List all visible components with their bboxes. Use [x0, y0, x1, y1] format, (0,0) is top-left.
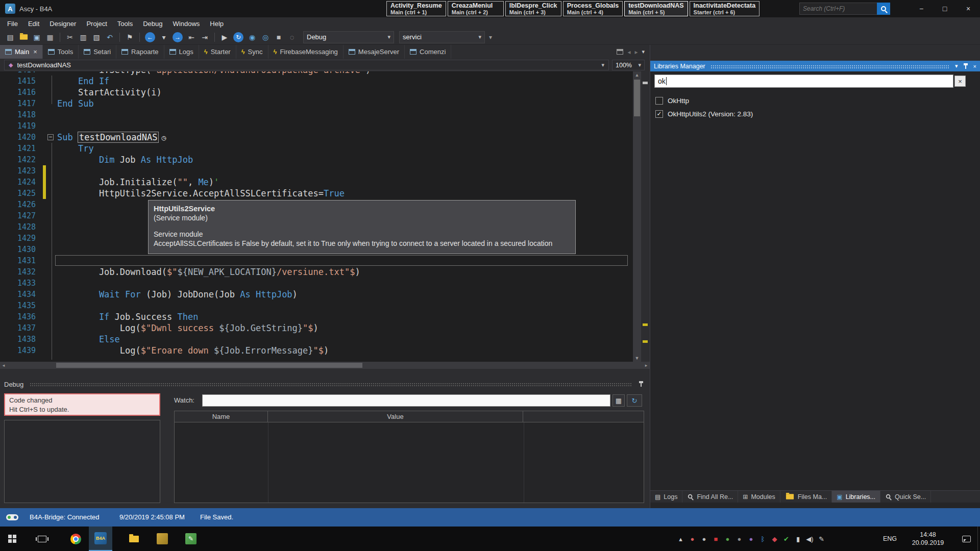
line-number[interactable]: 1428	[0, 221, 43, 233]
line-number[interactable]: 1415	[0, 76, 43, 87]
scroll-up-icon[interactable]: ▲	[633, 71, 641, 79]
module-tab-tools[interactable]: Tools	[43, 45, 79, 59]
line-number[interactable]: 1435	[0, 300, 43, 311]
line-number[interactable]: 1434	[0, 289, 43, 300]
code-line-1435[interactable]: 1435	[0, 300, 633, 311]
cut-icon[interactable]: ✂	[64, 31, 76, 43]
code-line-1436[interactable]: 1436If Job.Success Then	[0, 311, 633, 322]
tray-app3-icon[interactable]: ■	[710, 527, 722, 551]
module-tab-setari[interactable]: Setari	[79, 45, 116, 59]
b4a-taskbar-button[interactable]: B4A	[89, 527, 112, 551]
notification-center-button[interactable]	[955, 527, 977, 551]
taskbar-app-button[interactable]: ✎	[180, 527, 202, 551]
line-number[interactable]: 1414	[0, 71, 43, 76]
tool-tab-files-ma-[interactable]: Files Ma...	[780, 491, 832, 503]
menu-windows[interactable]: Windows	[168, 20, 205, 28]
line-number[interactable]: 1436	[0, 311, 43, 322]
clean-project-icon[interactable]: ◌	[286, 31, 298, 43]
nav-history-dropdown-icon[interactable]: ▾	[158, 31, 170, 43]
module-tab-starter[interactable]: ϟStarter	[199, 45, 236, 59]
forward-icon[interactable]: →	[173, 32, 183, 42]
save-icon[interactable]: ▣	[31, 31, 43, 43]
back-icon[interactable]: ←	[145, 32, 155, 42]
horizontal-scrollbar[interactable]: ◂ ▸	[0, 362, 650, 369]
scroll-tabs-left-icon[interactable]: ◂	[627, 48, 630, 56]
menu-help[interactable]: Help	[205, 20, 229, 28]
line-number[interactable]: 1432	[0, 266, 43, 278]
window-position-icon[interactable]: ▾	[955, 63, 958, 69]
line-number[interactable]: 1418	[0, 109, 43, 120]
menu-file[interactable]: File	[2, 20, 23, 28]
close-tab-icon[interactable]: ×	[33, 48, 37, 56]
scroll-down-icon[interactable]: ▼	[633, 355, 641, 362]
open-project-icon[interactable]	[17, 31, 30, 43]
run-icon[interactable]: ▶	[218, 31, 231, 43]
language-indicator[interactable]: ENG	[883, 527, 897, 551]
line-number[interactable]: 1425	[0, 188, 43, 199]
libraries-manager-header[interactable]: Libraries Manager ▾ ×	[650, 61, 980, 71]
checkbox-unchecked[interactable]	[655, 97, 663, 105]
code-line-1432[interactable]: 1432Job.Download($"${NEW_APK_LOCATION}/v…	[0, 266, 633, 278]
drag-handle[interactable]	[710, 65, 950, 69]
chrome-button[interactable]	[64, 527, 87, 551]
save-all-icon[interactable]: ▦	[44, 31, 56, 43]
toolbar-overflow-icon[interactable]: ▾	[489, 34, 492, 41]
library-search-input[interactable]: ok	[654, 74, 953, 88]
code-line-1415[interactable]: 1415End If	[0, 76, 633, 87]
code-line-1421[interactable]: 1421Try	[0, 143, 633, 154]
code-line-1422[interactable]: 1422Dim Job As HttpJob	[0, 154, 633, 165]
menu-edit[interactable]: Edit	[23, 20, 44, 28]
code-line-1416[interactable]: 1416StartActivity(i)	[0, 87, 633, 98]
member-combobox[interactable]: ◆ testDownloadNAS ▾	[4, 60, 609, 70]
module-tab-sync[interactable]: ϟSync	[236, 45, 268, 59]
code-line-1438[interactable]: 1438Else	[0, 334, 633, 345]
debug-pane-header[interactable]: Debug	[0, 379, 650, 389]
line-number[interactable]: 1424	[0, 177, 43, 188]
module-tab-comenzi[interactable]: Comenzi	[405, 45, 451, 59]
menu-debug[interactable]: Debug	[138, 20, 167, 28]
tray-app1-icon[interactable]: ●	[687, 527, 698, 551]
drag-handle[interactable]	[30, 383, 632, 387]
rapid-debug-icon[interactable]: ↻	[233, 32, 243, 42]
code-line-1419[interactable]: 1419	[0, 120, 633, 132]
evaluate-icon[interactable]: ▦	[612, 394, 625, 407]
scroll-tabs-right-icon[interactable]: ▸	[634, 48, 638, 56]
scroll-right-icon[interactable]: ▸	[643, 362, 650, 369]
pin-icon[interactable]	[639, 381, 644, 387]
code-line-1420[interactable]: 1420−Sub testDownloadNAS◷	[0, 132, 633, 143]
clear-search-button[interactable]: ×	[954, 76, 966, 87]
line-number[interactable]: 1427	[0, 210, 43, 221]
doc-tab-CreazaMeniul[interactable]: CreazaMeniulMain (ctrl + 2)	[448, 1, 504, 16]
code-line-1437[interactable]: 1437Log($"Dwnl success ${Job.GetString}"…	[0, 322, 633, 334]
code-editor[interactable]: 1414i.SetType("application/vnd.android.p…	[0, 71, 650, 369]
line-number[interactable]: 1433	[0, 278, 43, 289]
window-list-icon[interactable]	[617, 49, 623, 55]
build-mode-combobox[interactable]: Debug ▾	[303, 31, 394, 43]
code-line-1434[interactable]: 1434Wait For (Job) JobDone(Job As HttpJo…	[0, 289, 633, 300]
code-line-1431[interactable]: 1431	[0, 255, 633, 266]
module-tab-mesajeserver[interactable]: MesajeServer	[344, 45, 405, 59]
vertical-scrollbar-thumb[interactable]	[634, 80, 640, 116]
doc-tab-InactivitateDetectata[interactable]: InactivitateDetectataStarter (ctrl + 6)	[690, 1, 760, 16]
doc-tab-testDownloadNAS[interactable]: testDownloadNASMain (ctrl + 5)	[624, 1, 688, 16]
defender-icon[interactable]: ✔	[780, 527, 792, 551]
doc-tab-lblDespre_Click[interactable]: lblDespre_ClickMain (ctrl + 3)	[505, 1, 561, 16]
taskbar-app-button[interactable]	[151, 527, 174, 551]
tray-app2-icon[interactable]: ●	[698, 527, 710, 551]
line-number[interactable]: 1437	[0, 322, 43, 334]
taskbar-clock[interactable]: 14:48 20.09.2019	[904, 527, 951, 551]
indent-icon[interactable]: ⇥	[199, 31, 211, 43]
refresh-watch-icon[interactable]: ↻	[627, 394, 642, 407]
tray-app7-icon[interactable]: ◆	[769, 527, 780, 551]
horizontal-scrollbar-thumb[interactable]	[56, 363, 362, 368]
code-line-1414[interactable]: 1414i.SetType("application/vnd.android.p…	[0, 71, 633, 76]
checkbox-checked[interactable]: ✓	[655, 110, 663, 118]
minimize-button[interactable]: −	[910, 0, 933, 17]
file-explorer-button[interactable]	[122, 527, 145, 551]
volume-icon[interactable]: ◀)	[804, 527, 816, 551]
tab-list-dropdown-icon[interactable]: ▾	[642, 48, 645, 55]
module-tab-main[interactable]: Main×	[0, 45, 43, 59]
code-line-1417[interactable]: 1417End Sub	[0, 98, 633, 109]
line-number[interactable]: 1422	[0, 154, 43, 165]
outdent-icon[interactable]: ⇤	[185, 31, 198, 43]
